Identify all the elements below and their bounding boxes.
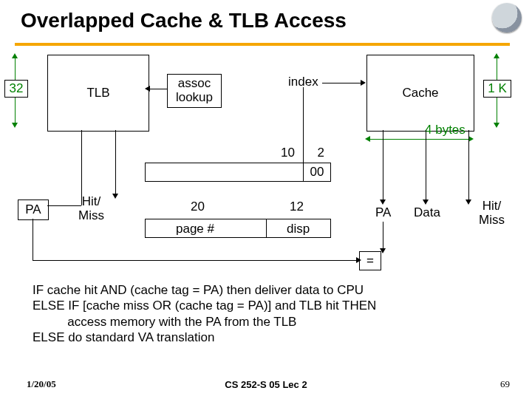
- title-underline: [15, 43, 510, 46]
- arrowhead: [12, 53, 18, 58]
- arrowhead: [12, 123, 18, 128]
- tlb-box: TLB: [47, 55, 149, 132]
- arrowhead: [468, 136, 474, 142]
- logo-roundel: [492, 3, 522, 33]
- assoc-lookup-box: assoc lookup: [167, 74, 222, 108]
- span-4-bytes: [369, 139, 470, 140]
- footer-course: CS 252-S 05 Lec 2: [0, 379, 532, 390]
- left-bits-label: 32: [4, 80, 28, 98]
- field-10-label: 10: [281, 146, 295, 160]
- pa-right-label: PA: [375, 205, 391, 220]
- pseudocode-text: IF cache hit AND (cache tag = PA) then d…: [33, 282, 376, 345]
- arrowhead: [112, 194, 118, 199]
- index-drop-line: [303, 87, 304, 163]
- arrowhead: [494, 53, 499, 58]
- arrowhead: [494, 123, 499, 128]
- pa-to-eq-line: [383, 222, 383, 251]
- assoc-to-tlb-line: [148, 89, 167, 89]
- field-2-label: 2: [318, 146, 324, 160]
- arrowhead: [380, 248, 386, 253]
- comparator-eq-box: =: [359, 251, 381, 270]
- twelve-label: 12: [290, 200, 304, 214]
- cache-hitmiss-line: [468, 130, 469, 201]
- arrowhead: [466, 200, 471, 205]
- hit-miss-left: Hit/ Miss: [78, 195, 104, 222]
- twenty-label: 20: [191, 200, 205, 214]
- slide-title: Overlapped Cache & TLB Access: [21, 9, 347, 33]
- arrowhead: [365, 136, 370, 142]
- data-label: Data: [414, 205, 440, 220]
- disp-label: disp: [287, 222, 310, 236]
- arrowhead: [356, 257, 361, 263]
- arrowhead: [145, 86, 150, 92]
- pa-left-box: PA: [18, 200, 49, 220]
- pa-left-to-eq-hline: [33, 260, 359, 261]
- cache-box: Cache: [366, 55, 474, 132]
- tlb-to-pa-hline: [47, 205, 81, 206]
- cache-pa-line: [383, 130, 383, 201]
- offset-field-box: 10 2 00: [145, 163, 331, 182]
- pa-left-drop: [33, 219, 33, 260]
- four-bytes-label: 4 bytes: [425, 123, 466, 137]
- one-k-label: 1 K: [483, 80, 511, 98]
- field-00-label: 00: [303, 163, 330, 181]
- index-to-cache-line: [322, 83, 362, 83]
- arrowhead: [361, 80, 366, 86]
- footer-slide-number: 69: [500, 378, 510, 390]
- tlb-hitmiss-line: [115, 130, 116, 197]
- arrowhead: [380, 200, 386, 205]
- page-num-label: page #: [176, 222, 214, 236]
- arrowhead: [423, 200, 429, 205]
- cache-data-line: [426, 130, 426, 201]
- hit-miss-right: Hit/ Miss: [479, 200, 505, 227]
